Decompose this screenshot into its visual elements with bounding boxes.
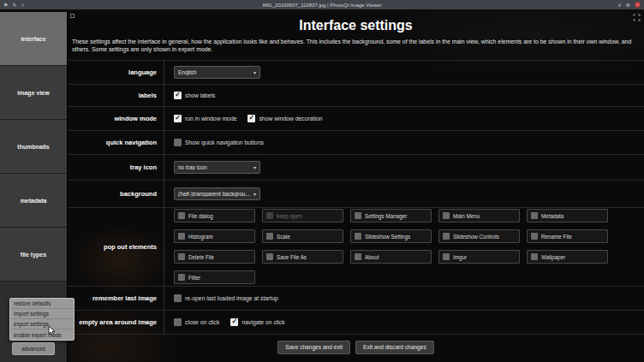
checkbox[interactable]: [443, 253, 450, 260]
checkbox-label: Imgur: [453, 254, 467, 260]
popout-file-dialog[interactable]: File dialog: [174, 209, 255, 223]
checkbox[interactable]: [178, 233, 185, 240]
checkbox-label: Slideshow Settings: [365, 234, 410, 240]
row-language: language English ▾: [68, 61, 644, 85]
popout-histogram[interactable]: Histogram: [174, 229, 255, 243]
row-label-labels: labels: [68, 85, 164, 106]
row-background: background (half-)transparent backgrou..…: [68, 181, 644, 208]
chevron-down-icon: ▾: [253, 164, 256, 170]
sidebar-tab-file-types[interactable]: file types: [0, 228, 67, 281]
pop-out-grid: File dialog keep open Settings Manager: [174, 209, 608, 284]
row-pop-out-elements: pop out elements File dialog keep open: [68, 208, 644, 287]
popout-slideshow-controls[interactable]: Slideshow Controls: [438, 229, 520, 243]
sidebar-tab-thumbnails[interactable]: thumbnails: [0, 120, 67, 173]
popout-save-file-as[interactable]: Save File As: [262, 250, 343, 264]
window-title: IMG_20190607_110837.jpg | PhotoQt Image …: [0, 3, 644, 8]
popout-slideshow-settings[interactable]: Slideshow Settings: [350, 229, 432, 243]
checkbox-label: File dialog: [188, 213, 213, 219]
row-label-empty-area: empty area around image: [68, 311, 164, 334]
checkbox[interactable]: [531, 233, 538, 240]
titlebar: ⚑ ✎ A IMG_20190607_110837.jpg | PhotoQt …: [0, 0, 644, 9]
dropdown-value: English: [178, 69, 252, 75]
navigate-on-click-checkbox[interactable]: navigate on click: [230, 318, 284, 326]
checkbox-label: close on click: [185, 319, 219, 325]
row-labels: labels show labels: [68, 85, 644, 107]
checkbox[interactable]: [266, 233, 273, 240]
checkbox[interactable]: [174, 318, 182, 326]
tray-icon-dropdown[interactable]: no tray icon ▾: [174, 161, 260, 174]
checkbox-label: Delete File: [188, 254, 214, 260]
checkbox[interactable]: [355, 253, 361, 260]
checkbox[interactable]: [247, 115, 255, 122]
checkbox[interactable]: [355, 212, 361, 219]
popout-metadata[interactable]: Metadata: [527, 209, 608, 223]
row-quick-navigation: quick navigation Show quick navigation b…: [68, 131, 644, 155]
checkbox-label: Show quick navigation buttons: [185, 139, 264, 145]
sidebar-tab-interface[interactable]: interface: [0, 12, 67, 65]
popout-settings-manager[interactable]: Settings Manager: [350, 209, 432, 223]
save-changes-button[interactable]: Save changes and exit: [277, 341, 350, 354]
popout-filter[interactable]: Filter: [174, 270, 255, 284]
run-in-window-mode-checkbox[interactable]: run in window mode: [174, 115, 236, 122]
checkbox-label: Scale: [277, 234, 290, 240]
checkbox-label: re-open last loaded image at startup: [185, 295, 278, 301]
checkbox-label: Rename File: [541, 234, 572, 240]
popout-icon[interactable]: [70, 14, 75, 18]
quick-navigation-checkbox[interactable]: Show quick navigation buttons: [174, 139, 264, 146]
settings-rows: language English ▾ labels show labels: [68, 60, 644, 335]
checkbox-label: run in window mode: [185, 116, 236, 122]
row-label-pop-out-elements: pop out elements: [68, 208, 164, 286]
checkbox[interactable]: [174, 294, 182, 302]
tab-label: thumbnails: [17, 144, 49, 150]
tab-label: interface: [21, 36, 45, 42]
sidebar-tab-image-view[interactable]: image view: [0, 66, 67, 119]
menu-item-restore-defaults[interactable]: restore defaults: [10, 299, 74, 309]
language-dropdown[interactable]: English ▾: [174, 66, 260, 79]
checkbox-label: Wallpaper: [541, 254, 565, 260]
checkbox[interactable]: [443, 233, 450, 240]
popout-rename-file[interactable]: Rename File: [527, 229, 608, 243]
popout-imgur[interactable]: Imgur: [438, 250, 520, 264]
checkbox[interactable]: [174, 115, 182, 122]
checkbox[interactable]: [174, 139, 182, 146]
checkbox-label: Main Menu: [453, 213, 480, 219]
close-on-click-checkbox[interactable]: close on click: [174, 318, 219, 326]
checkbox[interactable]: [178, 274, 185, 281]
bottom-button-bar: Save changes and exit Exit and discard c…: [68, 341, 644, 354]
checkbox[interactable]: [178, 212, 185, 219]
menu-item-import-settings[interactable]: import settings: [10, 309, 74, 319]
photoqt-window: ⚑ ✎ A IMG_20190607_110837.jpg | PhotoQt …: [0, 0, 644, 362]
popout-keep-open: keep open: [262, 209, 343, 223]
popout-scale[interactable]: Scale: [262, 229, 343, 243]
popout-about[interactable]: About: [350, 250, 432, 264]
checkbox[interactable]: [443, 212, 450, 219]
checkbox[interactable]: [230, 318, 238, 326]
discard-changes-button[interactable]: Exit and discard changes: [355, 341, 434, 354]
checkbox[interactable]: [178, 253, 185, 260]
checkbox[interactable]: [531, 253, 538, 260]
background-dropdown[interactable]: (half-)transparent backgrou... ▾: [174, 187, 260, 200]
tab-label: metadata: [21, 198, 47, 204]
popout-main-menu[interactable]: Main Menu: [438, 209, 520, 223]
popout-wallpaper[interactable]: Wallpaper: [527, 250, 608, 264]
sidebar-tab-metadata[interactable]: metadata: [0, 174, 67, 227]
advanced-button[interactable]: advanced: [12, 342, 55, 355]
checkbox[interactable]: [355, 233, 361, 240]
menu-item-export-settings[interactable]: export settings: [10, 319, 74, 329]
show-window-decoration-checkbox[interactable]: show window decoration: [247, 115, 322, 122]
checkbox[interactable]: [266, 253, 273, 260]
chevron-down-icon: ▾: [253, 191, 256, 197]
interface-settings-panel: Interface settings These settings affect…: [67, 12, 644, 362]
row-label-language: language: [68, 61, 164, 84]
reopen-last-image-checkbox[interactable]: re-open last loaded image at startup: [174, 294, 278, 302]
show-labels-checkbox[interactable]: show labels: [174, 92, 216, 99]
checkbox-label: Metadata: [541, 213, 564, 219]
row-label-quick-navigation: quick navigation: [68, 131, 164, 154]
checkbox[interactable]: [174, 92, 182, 99]
row-window-mode: window mode run in window mode show wind…: [68, 107, 644, 131]
checkbox[interactable]: [531, 212, 538, 219]
fullscreen-icon[interactable]: [633, 14, 641, 21]
menu-item-enable-expert-mode[interactable]: enable expert mode: [10, 329, 74, 340]
popout-delete-file[interactable]: Delete File: [174, 250, 255, 264]
checkbox-label: About: [365, 254, 379, 260]
